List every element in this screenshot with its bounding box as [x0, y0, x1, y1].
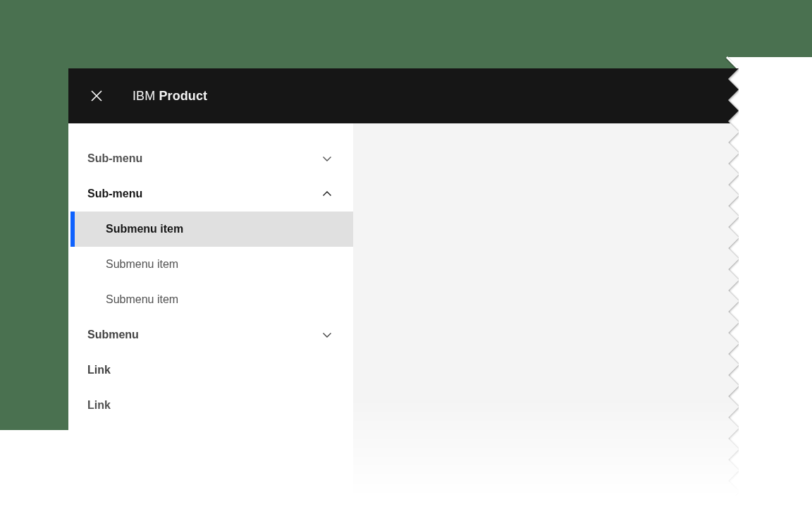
content-area [353, 123, 739, 521]
sidebar-item-submenu-item-2[interactable]: Submenu item [68, 247, 353, 282]
app-title-product: Product [159, 89, 207, 103]
close-button[interactable] [80, 79, 113, 113]
sidebar-item-label: Submenu item [106, 258, 178, 271]
app-header: IBM Product [68, 68, 739, 123]
chevron-down-icon [321, 329, 333, 341]
sidebar-item-submenu-3[interactable]: Submenu [68, 317, 353, 353]
sidebar-item-label: Submenu item [106, 293, 178, 306]
close-icon [90, 90, 103, 102]
sidebar-item-submenu-2[interactable]: Sub-menu [68, 176, 353, 212]
sidebar-item-label: Sub-menu [87, 152, 142, 165]
panel-shadow-wrap: IBM Product Sub-menu Sub-menu [68, 68, 739, 521]
app-title-prefix: IBM [133, 89, 155, 103]
stage: IBM Product Sub-menu Sub-menu [0, 0, 812, 521]
chevron-down-icon [321, 153, 333, 164]
sidebar-item-submenu-1[interactable]: Sub-menu [68, 141, 353, 176]
sidebar-item-label: Submenu item [106, 223, 183, 235]
app-panel: IBM Product Sub-menu Sub-menu [68, 68, 739, 521]
sidebar-item-submenu-item-current[interactable]: Submenu item [70, 212, 353, 247]
panel-body: Sub-menu Sub-menu [68, 123, 739, 521]
sidebar-item-link-2[interactable]: Link [68, 388, 353, 423]
app-title: IBM Product [133, 89, 207, 104]
sidebar-item-label: Submenu [87, 329, 139, 341]
side-nav: Sub-menu Sub-menu [68, 123, 353, 521]
sidebar-item-submenu-item-3[interactable]: Submenu item [68, 282, 353, 317]
sidebar-item-label: Sub-menu [87, 188, 142, 200]
sidebar-item-label: Link [87, 399, 111, 412]
sidebar-item-link-1[interactable]: Link [68, 353, 353, 388]
chevron-up-icon [321, 188, 333, 200]
sidebar-item-label: Link [87, 364, 111, 376]
